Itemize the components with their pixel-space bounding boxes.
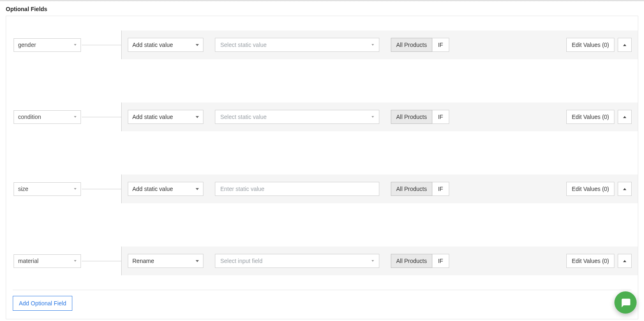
edit-values-button[interactable]: Edit Values (0): [566, 38, 614, 52]
chevron-down-icon: [196, 188, 199, 190]
if-button[interactable]: IF: [432, 110, 449, 124]
field-row: material Rename Select input field All P…: [6, 247, 638, 275]
rule-row: Add static value Select static value All…: [121, 30, 638, 59]
chevron-down-icon: [74, 260, 76, 262]
rule-type-dropdown[interactable]: Add static value: [128, 182, 203, 196]
field-row: gender Add static value Select static va…: [6, 30, 638, 59]
field-name-label: gender: [18, 42, 36, 48]
section-title: Optional Fields: [0, 2, 644, 16]
static-value-input[interactable]: [215, 182, 379, 196]
chevron-up-icon: [623, 188, 626, 190]
connector-line: [82, 45, 121, 45]
static-value-select[interactable]: Select static value: [215, 38, 379, 52]
rule-row: Add static value All Products IF Edit Va…: [121, 174, 638, 203]
chevron-down-icon: [74, 116, 76, 118]
add-optional-field-button[interactable]: Add Optional Field: [13, 296, 72, 311]
optional-fields-panel: gender Add static value Select static va…: [6, 16, 638, 319]
divider: [13, 290, 631, 290]
rule-row: Rename Select input field All Products I…: [121, 247, 638, 275]
field-name-label: size: [18, 186, 28, 192]
value-select-placeholder: Select static value: [220, 42, 267, 48]
chevron-down-icon: [372, 116, 374, 118]
chevron-down-icon: [74, 188, 76, 190]
rule-type-dropdown[interactable]: Add static value: [128, 38, 203, 52]
field-name-label: material: [18, 258, 39, 264]
static-value-select[interactable]: Select input field: [215, 254, 379, 268]
chevron-down-icon: [196, 116, 199, 118]
chevron-down-icon: [74, 44, 76, 46]
field-row: size Add static value All Products IF Ed…: [6, 174, 638, 203]
if-button[interactable]: IF: [432, 182, 449, 196]
collapse-button[interactable]: [618, 254, 632, 268]
chevron-up-icon: [623, 116, 626, 118]
edit-values-button[interactable]: Edit Values (0): [566, 110, 614, 124]
chevron-down-icon: [372, 260, 374, 262]
rule-type-dropdown[interactable]: Rename: [128, 254, 203, 268]
rule-row: Add static value Select static value All…: [121, 102, 638, 131]
connector-line: [82, 189, 121, 189]
collapse-button[interactable]: [618, 38, 632, 52]
field-name-dropdown[interactable]: gender: [14, 38, 81, 52]
field-name-dropdown[interactable]: material: [14, 254, 81, 268]
if-button[interactable]: IF: [432, 254, 449, 268]
chevron-down-icon: [372, 44, 374, 46]
chevron-up-icon: [623, 44, 626, 46]
scope-toggle-group: All Products IF: [391, 38, 449, 52]
connector-line: [82, 261, 121, 261]
chevron-down-icon: [196, 44, 199, 46]
chat-icon: [620, 297, 631, 308]
rule-type-label: Rename: [132, 258, 154, 264]
collapse-button[interactable]: [618, 182, 632, 196]
field-name-dropdown[interactable]: condition: [14, 110, 81, 124]
all-products-button[interactable]: All Products: [391, 182, 432, 196]
scope-toggle-group: All Products IF: [391, 254, 449, 268]
all-products-button[interactable]: All Products: [391, 254, 432, 268]
scope-toggle-group: All Products IF: [391, 182, 449, 196]
field-name-label: condition: [18, 114, 41, 120]
edit-values-button[interactable]: Edit Values (0): [566, 182, 614, 196]
chat-widget-button[interactable]: [614, 291, 637, 314]
collapse-button[interactable]: [618, 110, 632, 124]
connector-line: [82, 117, 121, 117]
field-row: condition Add static value Select static…: [6, 102, 638, 131]
all-products-button[interactable]: All Products: [391, 110, 432, 124]
all-products-button[interactable]: All Products: [391, 38, 432, 52]
chevron-up-icon: [623, 260, 626, 262]
scope-toggle-group: All Products IF: [391, 110, 449, 124]
rule-type-label: Add static value: [132, 186, 173, 192]
rule-type-label: Add static value: [132, 42, 173, 48]
if-button[interactable]: IF: [432, 38, 449, 52]
value-select-placeholder: Select static value: [220, 114, 267, 120]
value-select-placeholder: Select input field: [220, 258, 263, 264]
edit-values-button[interactable]: Edit Values (0): [566, 254, 614, 268]
rule-type-label: Add static value: [132, 114, 173, 120]
rule-type-dropdown[interactable]: Add static value: [128, 110, 203, 124]
chevron-down-icon: [196, 260, 199, 262]
field-name-dropdown[interactable]: size: [14, 182, 81, 196]
static-value-select[interactable]: Select static value: [215, 110, 379, 124]
